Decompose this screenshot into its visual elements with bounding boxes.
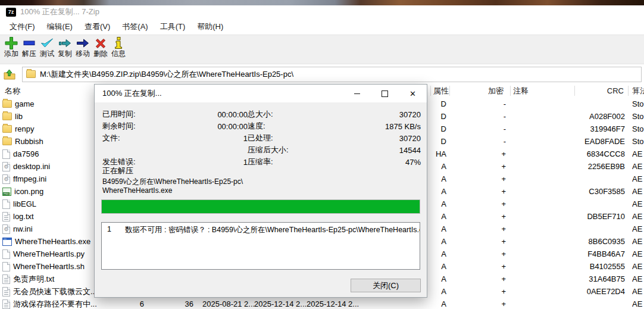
dialog-close-button[interactable]: ✕: [399, 85, 427, 102]
column-header-attr[interactable]: 属性: [433, 84, 449, 98]
file-attributes: A: [431, 285, 446, 298]
delete-icon: [93, 36, 108, 49]
column-header-method[interactable]: 算法: [632, 84, 644, 98]
toolbar-test-button[interactable]: 测试: [38, 36, 56, 58]
menu-help[interactable]: 帮助(H): [191, 20, 229, 34]
file-name: libEGL: [13, 198, 36, 210]
column-separator: [574, 86, 575, 96]
dialog-minimize-button[interactable]: [343, 85, 371, 102]
file-name: renpy: [15, 123, 35, 135]
file-crc: F4BB46A7: [562, 248, 625, 260]
dialog-maximize-button[interactable]: [371, 85, 399, 102]
toolbar-copy-button[interactable]: 复制: [56, 36, 74, 58]
file-method: AE: [632, 298, 644, 309]
column-header-crc[interactable]: CRC: [562, 84, 624, 98]
address-input[interactable]: M:\新建文件夹\B4959.ZIP.zip\B4959\心之所在\WhereT…: [22, 67, 642, 82]
file-attributes: A: [431, 173, 446, 185]
ini-icon: [2, 224, 10, 234]
error-index: 1: [102, 225, 125, 235]
toolbar-label: 添加: [4, 49, 18, 58]
column-header-encrypted[interactable]: 加密: [452, 84, 504, 98]
minimize-icon: [354, 93, 360, 94]
stat-value: 30720: [351, 110, 421, 119]
file-attributes: D: [431, 110, 446, 123]
toolbar-label: 信息: [111, 49, 126, 58]
file-name: ffmpeg.ini: [13, 173, 46, 185]
menu-view[interactable]: 查看(V): [79, 20, 116, 34]
close-icon: ✕: [409, 90, 416, 98]
file-encrypted: -: [452, 98, 506, 110]
file-method: AE: [632, 273, 644, 285]
file-attributes: D: [431, 135, 446, 148]
file-name: game: [15, 98, 35, 110]
file-encrypted: +: [452, 198, 506, 210]
toolbar-delete-button[interactable]: 删除: [92, 36, 110, 58]
file-crc: 31A64B75: [562, 273, 625, 285]
file-name: WhereTheHeartIs.exe: [15, 235, 90, 248]
progress-fill: [102, 200, 420, 213]
stat-label: 已处理:: [248, 133, 351, 143]
file-name: 游戏保存路径不要有中...: [13, 298, 97, 309]
file-attributes: A: [431, 248, 446, 260]
file-name: 免责声明.txt: [13, 273, 54, 285]
file-attributes: A: [431, 273, 446, 285]
toolbar-move-button[interactable]: 移动: [74, 36, 92, 58]
file-attributes: D: [431, 98, 446, 110]
file-name-cell: da7596: [2, 148, 39, 160]
file-encrypted: +: [452, 223, 506, 235]
close-button[interactable]: 关闭(C): [351, 279, 421, 292]
address-bar-row: M:\新建文件夹\B4959.ZIP.zip\B4959\心之所在\WhereT…: [0, 64, 644, 84]
file-method: AE: [632, 160, 644, 173]
error-item[interactable]: 1 数据不可用 : 密码错误？ : B4959\心之所在\WhereTheHea…: [102, 223, 420, 235]
copy-icon: [58, 36, 72, 49]
file-name-cell: game: [2, 98, 35, 110]
7zip-app-icon: 7z: [6, 8, 16, 17]
menu-tools[interactable]: 工具(T): [154, 20, 192, 34]
file-attributes: A: [431, 223, 446, 235]
file-crc: 0AEE72D4: [562, 285, 625, 298]
toolbar: 添加 解压 测试 复制 移动 删除 信息: [0, 35, 644, 64]
column-separator: [510, 86, 511, 96]
txt-icon: [2, 212, 10, 221]
extract-status: 正在解压: [102, 166, 133, 176]
menu-bookmarks[interactable]: 书签(A): [116, 20, 154, 34]
file-encrypted: +: [452, 235, 506, 248]
toolbar-extract-button[interactable]: 解压: [20, 36, 38, 58]
txt-icon: [2, 299, 10, 309]
file-icon: [2, 262, 10, 271]
up-one-level-button[interactable]: [4, 68, 17, 81]
extract-icon: [22, 36, 36, 49]
current-file-path-line2: WhereTheHeartIs.exe: [102, 186, 243, 195]
folder-icon: [2, 125, 12, 133]
folder-icon: [26, 70, 36, 78]
error-list[interactable]: 1 数据不可用 : 密码错误？ : B4959\心之所在\WhereTheHea…: [101, 222, 420, 270]
file-crc: 2256EB9B: [562, 160, 625, 173]
folder-icon: [2, 113, 12, 120]
file-icon: [2, 149, 10, 159]
file-icon: [2, 199, 10, 209]
file-modified: 2025-08-21 2...: [202, 298, 255, 309]
column-separator: [430, 86, 431, 96]
column-header-name[interactable]: 名称: [5, 84, 20, 98]
up-folder-icon: [4, 69, 15, 80]
main-titlebar: 7z 100% 正在复制... 7-Zip: [0, 5, 644, 18]
dialog-stats: 已用时间:00:00:00总大小:30720剩余时间:00:00:00速度:18…: [102, 108, 421, 168]
menu-edit[interactable]: 编辑(E): [41, 20, 79, 34]
toolbar-info-button[interactable]: 信息: [110, 36, 127, 58]
file-method: AE: [632, 260, 644, 273]
file-name: Rubbish: [15, 135, 43, 148]
txt-icon: [2, 287, 10, 296]
current-file-path-line1: B4959\心之所在\WhereTheHeartIs-Ep25-pc\: [102, 177, 243, 186]
stat-label: 文件:: [102, 133, 178, 143]
file-name: WhereTheHeartIs.sh: [13, 260, 85, 273]
table-row[interactable]: 游戏保存路径不要有中... 6 36 2025-08-21 2... 2025-…: [0, 298, 644, 309]
file-created: 2025-12-14 2...: [254, 298, 307, 309]
column-header-comment[interactable]: 注释: [513, 84, 529, 98]
file-crc: EAD8FADE: [562, 135, 625, 148]
folder-icon: [2, 100, 12, 108]
menu-file[interactable]: 文件(F): [4, 20, 41, 34]
toolbar-add-button[interactable]: 添加: [2, 36, 20, 58]
stat-label: 压缩后大小:: [248, 145, 351, 155]
file-name: icon.png: [14, 185, 43, 198]
stat-value: 1: [178, 134, 248, 143]
